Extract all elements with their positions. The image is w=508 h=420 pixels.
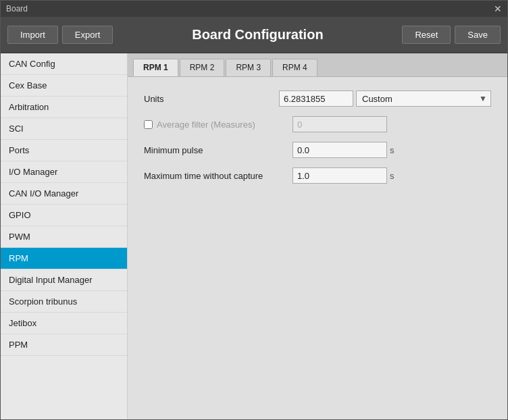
units-label: Units: [144, 94, 279, 104]
sidebar: CAN ConfigCex BaseArbitrationSCIPortsI/O…: [1, 53, 128, 419]
sidebar-item-can-io-manager[interactable]: CAN I/O Manager: [1, 183, 127, 205]
reset-button[interactable]: Reset: [402, 26, 451, 44]
main-panel: RPM 1RPM 2RPM 3RPM 4 Units Custom ▼: [128, 53, 507, 419]
max-time-input[interactable]: [293, 167, 387, 184]
min-pulse-label: Minimum pulse: [144, 145, 293, 155]
sidebar-item-cex-base[interactable]: Cex Base: [1, 75, 127, 97]
close-button[interactable]: ✕: [494, 3, 502, 14]
main-window: Board ✕ Import Export Board Configuratio…: [0, 0, 508, 420]
min-pulse-input[interactable]: [293, 142, 387, 158]
sidebar-item-can-config[interactable]: CAN Config: [1, 53, 127, 75]
units-row: Units Custom ▼: [144, 90, 491, 107]
sidebar-item-scorpion-tribunus[interactable]: Scorpion tribunus: [1, 291, 127, 313]
sidebar-item-ports[interactable]: Ports: [1, 140, 127, 161]
sidebar-item-jetibox[interactable]: Jetibox: [1, 313, 127, 334]
avg-filter-label: Average filter (Measures): [144, 120, 293, 130]
export-button[interactable]: Export: [62, 26, 113, 44]
toolbar-left: Import Export: [7, 26, 113, 44]
save-button[interactable]: Save: [455, 26, 501, 44]
window-title: Board: [6, 4, 28, 14]
min-pulse-row: Minimum pulse s: [144, 142, 491, 158]
tab-rpm2[interactable]: RPM 2: [180, 59, 225, 76]
avg-filter-checkbox[interactable]: [144, 120, 153, 129]
import-button[interactable]: Import: [7, 26, 58, 44]
units-value-input[interactable]: [279, 90, 353, 107]
title-bar: Board ✕: [1, 1, 507, 17]
content-area: CAN ConfigCex BaseArbitrationSCIPortsI/O…: [1, 53, 507, 419]
avg-filter-row: Average filter (Measures): [144, 116, 491, 132]
tab-rpm4[interactable]: RPM 4: [272, 59, 318, 76]
sidebar-item-pwm[interactable]: PWM: [1, 226, 127, 248]
units-select-wrapper: Custom ▼: [356, 90, 491, 107]
sidebar-item-io-manager[interactable]: I/O Manager: [1, 161, 127, 183]
avg-filter-label-text: Average filter (Measures): [157, 120, 255, 130]
max-time-label: Maximum time without capture: [144, 171, 293, 181]
avg-filter-input[interactable]: [293, 116, 387, 132]
tab-rpm3[interactable]: RPM 3: [226, 59, 271, 76]
max-time-suffix: s: [390, 171, 395, 181]
sidebar-item-rpm[interactable]: RPM: [1, 248, 127, 269]
max-time-row: Maximum time without capture s: [144, 167, 491, 184]
toolbar-right: Reset Save: [402, 26, 501, 44]
tab-rpm1[interactable]: RPM 1: [133, 59, 178, 76]
sidebar-item-arbitration[interactable]: Arbitration: [1, 97, 127, 118]
panel-content: Units Custom ▼ Average filter (Measures): [128, 77, 507, 419]
sidebar-item-ppm[interactable]: PPM: [1, 334, 127, 356]
toolbar: Import Export Board Configuration Reset …: [1, 17, 507, 53]
sidebar-item-sci[interactable]: SCI: [1, 118, 127, 140]
sidebar-item-digital-input-manager[interactable]: Digital Input Manager: [1, 269, 127, 291]
tabs-bar: RPM 1RPM 2RPM 3RPM 4: [128, 53, 507, 77]
page-title: Board Configuration: [113, 27, 402, 43]
units-dropdown[interactable]: Custom: [356, 90, 491, 107]
min-pulse-suffix: s: [390, 145, 395, 155]
sidebar-item-gpio[interactable]: GPIO: [1, 205, 127, 226]
